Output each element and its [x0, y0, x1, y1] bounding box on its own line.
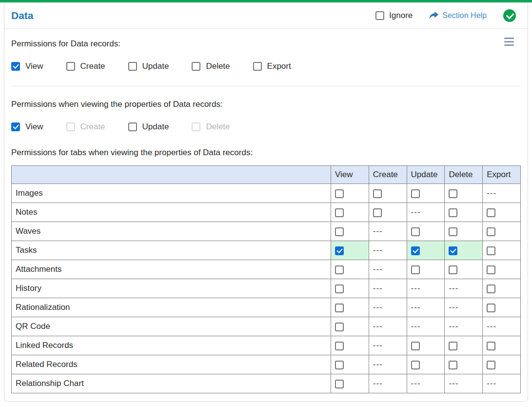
tab-permission-checkbox-update[interactable]: [411, 342, 420, 350]
tab-permission-checkbox-view[interactable]: [335, 342, 344, 350]
tab-permission-checkbox-view[interactable]: [335, 189, 344, 198]
tab-permission-checkbox-delete[interactable]: [449, 189, 457, 198]
tab-permission-checkbox-delete[interactable]: [449, 208, 457, 217]
column-header-create: Create: [369, 166, 407, 184]
perm-cell-view: [331, 298, 369, 317]
permission-label: Export: [267, 61, 291, 71]
perm-cell-update: [407, 260, 445, 279]
permission-label: Create: [80, 122, 105, 132]
perm-cell-update: ---: [407, 317, 445, 336]
column-header-update: Update: [407, 166, 445, 184]
header-actions: Ignore Section Help: [375, 9, 516, 22]
tabs-permissions-label: Permissions for tabs when viewing the pr…: [11, 148, 521, 158]
permission-checkbox-view[interactable]: [11, 62, 20, 71]
table-row: History---------: [12, 279, 521, 298]
section-help-link[interactable]: Section Help: [429, 11, 487, 20]
permission-checkbox-create: [66, 122, 75, 131]
perm-cell-create: ---: [369, 298, 407, 317]
perm-cell-create: ---: [369, 317, 407, 336]
permission-item-export[interactable]: Export: [253, 61, 291, 71]
permission-label: Update: [142, 61, 169, 71]
permission-item-update[interactable]: Update: [128, 61, 169, 71]
perm-cell-export: [483, 260, 521, 279]
tab-permission-checkbox-export[interactable]: [487, 342, 495, 350]
perm-cell-delete: [445, 241, 483, 260]
tab-permission-checkbox-export[interactable]: [487, 265, 495, 274]
permission-label: Create: [80, 61, 105, 71]
permission-checkbox-update[interactable]: [128, 62, 137, 71]
tab-permission-checkbox-export[interactable]: [487, 285, 495, 293]
tab-permission-checkbox-create[interactable]: [373, 189, 382, 198]
permission-item-create[interactable]: Create: [66, 61, 105, 71]
permission-item-delete: Delete: [192, 122, 230, 132]
permission-checkbox-create[interactable]: [66, 62, 75, 71]
tab-permission-checkbox-export[interactable]: [487, 227, 495, 236]
ignore-checkbox-item[interactable]: Ignore: [375, 11, 413, 20]
tab-permission-checkbox-view[interactable]: [335, 304, 344, 312]
tab-permission-checkbox-update[interactable]: [411, 265, 420, 274]
properties-permissions-label: Permissions when viewing the properties …: [11, 100, 521, 109]
tab-permission-checkbox-update[interactable]: [411, 246, 420, 255]
tab-permission-checkbox-update[interactable]: [411, 227, 420, 236]
tab-permission-checkbox-export[interactable]: [487, 361, 495, 369]
tab-permission-checkbox-delete[interactable]: [449, 361, 457, 369]
perm-cell-view: [331, 279, 369, 298]
tab-permission-checkbox-delete[interactable]: [449, 265, 457, 274]
perm-cell-view: [331, 336, 369, 355]
perm-cell-delete: [445, 203, 483, 222]
hamburger-menu-icon[interactable]: [504, 38, 514, 46]
perm-cell-update: [407, 222, 445, 241]
tab-permission-checkbox-update[interactable]: [411, 189, 420, 198]
perm-cell-delete: [445, 184, 483, 203]
tab-permission-checkbox-delete[interactable]: [449, 342, 457, 350]
tab-permission-checkbox-export[interactable]: [487, 208, 495, 217]
perm-cell-create: ---: [369, 279, 407, 298]
permission-checkbox-update[interactable]: [128, 122, 137, 131]
permission-label: View: [25, 122, 43, 132]
permission-item-view[interactable]: View: [11, 61, 43, 71]
perm-cell-delete: ---: [445, 279, 483, 298]
tab-permission-checkbox-delete[interactable]: [449, 227, 457, 236]
page-title: Data: [11, 10, 34, 21]
permission-item-update[interactable]: Update: [128, 122, 169, 132]
tab-permission-checkbox-view[interactable]: [335, 323, 344, 331]
tab-permission-checkbox-view[interactable]: [335, 380, 344, 388]
tab-permission-checkbox-export[interactable]: [487, 246, 495, 255]
row-label: Attachments: [12, 260, 331, 279]
perm-cell-update: ---: [407, 374, 445, 393]
tab-permission-checkbox-update[interactable]: [411, 361, 420, 369]
permission-label: Delete: [206, 61, 230, 71]
column-header-delete: Delete: [445, 166, 483, 184]
perm-cell-delete: ---: [445, 317, 483, 336]
perm-cell-export: [483, 222, 521, 241]
help-arrow-icon: [429, 11, 439, 20]
perm-cell-view: [331, 260, 369, 279]
tab-permission-checkbox-view[interactable]: [335, 285, 344, 293]
tab-permission-checkbox-view[interactable]: [335, 208, 344, 217]
perm-cell-export: [483, 241, 521, 260]
tab-permission-checkbox-view[interactable]: [335, 361, 344, 369]
permission-item-view[interactable]: View: [11, 122, 43, 132]
perm-cell-export: ---: [483, 317, 521, 336]
perm-cell-export: [483, 336, 521, 355]
table-row: Related Records---: [12, 355, 521, 374]
tab-permission-checkbox-view[interactable]: [335, 265, 344, 274]
tab-permission-checkbox-view[interactable]: [335, 227, 344, 236]
perm-cell-view: [331, 317, 369, 336]
tab-permission-checkbox-create[interactable]: [373, 208, 382, 217]
tab-permission-checkbox-view[interactable]: [335, 246, 344, 255]
table-row: Rationalization---------: [12, 298, 521, 317]
table-row: QR Code------------: [12, 317, 521, 336]
perm-cell-delete: ---: [445, 374, 483, 393]
permission-checkbox-delete[interactable]: [192, 62, 200, 71]
permission-checkbox-export[interactable]: [253, 62, 262, 71]
permission-item-delete[interactable]: Delete: [192, 61, 230, 71]
permission-item-create: Create: [66, 122, 105, 132]
permission-checkbox-view[interactable]: [11, 122, 20, 131]
tab-permission-checkbox-export[interactable]: [487, 304, 495, 312]
perm-cell-delete: ---: [445, 298, 483, 317]
tab-permission-checkbox-delete[interactable]: [449, 246, 457, 255]
table-header: ViewCreateUpdateDeleteExport: [12, 166, 521, 184]
ignore-checkbox[interactable]: [375, 11, 384, 20]
column-header-view: View: [331, 166, 369, 184]
